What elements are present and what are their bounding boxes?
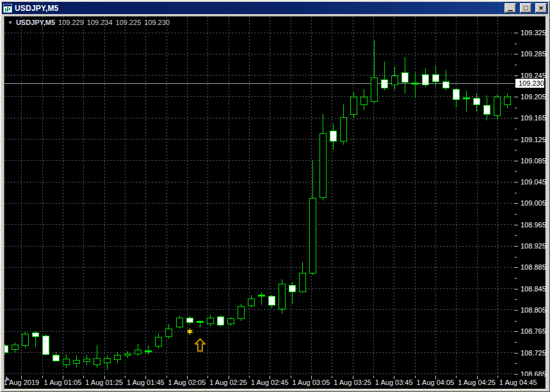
time-axis-label: 1 Aug 2019 bbox=[4, 379, 39, 386]
price-axis-minor-tick bbox=[515, 150, 517, 151]
candle-01:25-bull bbox=[104, 358, 111, 363]
price-axis-minor-tick bbox=[515, 278, 517, 279]
horizontal-gridline bbox=[4, 160, 515, 161]
vertical-gridline bbox=[104, 17, 105, 376]
candle-02:15-bull bbox=[207, 318, 214, 324]
candle-02:35-bull bbox=[248, 298, 255, 306]
time-axis-label: 1 Aug 01:05 bbox=[44, 379, 82, 386]
price-axis-label: 109.045 bbox=[521, 179, 546, 186]
window-title: USDJPY,M5 bbox=[15, 4, 501, 13]
time-axis-label: 1 Aug 02:45 bbox=[251, 379, 289, 386]
vertical-gridline bbox=[145, 17, 146, 376]
candle-04:00-bear bbox=[422, 74, 429, 85]
candle-02:40-bull bbox=[258, 295, 265, 297]
candle-00:45-bull bbox=[22, 334, 29, 347]
current-price-label: 109.230 bbox=[515, 79, 544, 88]
horizontal-gridline bbox=[4, 288, 515, 289]
time-axis-tick bbox=[207, 376, 208, 378]
candle-02:10-bear bbox=[197, 321, 204, 323]
candle-03:15-bear bbox=[330, 131, 337, 142]
minimize-button[interactable]: ▁ bbox=[505, 3, 516, 13]
time-axis-tick bbox=[249, 376, 250, 378]
price-axis-label: 109.205 bbox=[521, 94, 546, 101]
time-axis-tick bbox=[456, 376, 457, 378]
close-button[interactable]: × bbox=[535, 3, 547, 13]
candle-01:50-bull bbox=[155, 337, 162, 347]
vertical-gridline bbox=[311, 17, 312, 376]
candle-01:15-bull bbox=[83, 359, 90, 362]
price-axis-minor-tick bbox=[515, 44, 517, 44]
vertical-gridline bbox=[497, 17, 498, 376]
candle-03:00-bull bbox=[299, 273, 306, 292]
price-axis[interactable]: 109.325109.285109.245109.205109.165109.1… bbox=[515, 17, 544, 376]
time-axis-label: 1 Aug 03:25 bbox=[334, 379, 371, 386]
price-axis-minor-tick bbox=[515, 193, 517, 193]
time-axis-label: 1 Aug 04:25 bbox=[458, 379, 496, 386]
candle-03:35-bull bbox=[371, 78, 378, 102]
current-price-line bbox=[4, 83, 515, 84]
price-axis-tick bbox=[515, 140, 518, 140]
price-axis-label: 109.165 bbox=[521, 115, 546, 122]
price-axis-label: 108.725 bbox=[521, 350, 546, 357]
candle-00:40-bull bbox=[12, 345, 19, 350]
price-axis-minor-tick bbox=[515, 299, 517, 300]
price-axis-tick bbox=[515, 182, 518, 183]
price-axis-minor-tick bbox=[515, 235, 517, 236]
candle-01:10-bull bbox=[73, 360, 80, 364]
candle-01:20-bull bbox=[93, 358, 101, 366]
price-axis-minor-tick bbox=[515, 363, 517, 364]
vertical-gridline bbox=[332, 17, 332, 376]
time-axis-tick bbox=[415, 376, 416, 378]
chart-dropdown-icon[interactable]: ▼ bbox=[8, 20, 13, 26]
chart-app-icon[interactable] bbox=[3, 4, 12, 13]
price-axis-tick bbox=[515, 310, 518, 311]
price-axis-minor-tick bbox=[515, 129, 517, 129]
vertical-gridline bbox=[456, 17, 457, 376]
ohlc-low: 109.225 bbox=[116, 19, 142, 26]
candle-01:05-bull bbox=[63, 359, 70, 365]
price-axis-tick bbox=[515, 203, 518, 204]
ohlc-open: 109.229 bbox=[58, 19, 84, 26]
candle-02:45-bear bbox=[268, 296, 275, 306]
price-axis-minor-tick bbox=[515, 65, 517, 65]
title-bar[interactable]: USDJPY,M5 ▁ □ × bbox=[2, 2, 548, 14]
time-axis-tick bbox=[497, 376, 498, 378]
vertical-gridline bbox=[83, 17, 84, 376]
candle-00:50-bear bbox=[32, 332, 39, 337]
time-axis[interactable]: 1 Aug 20191 Aug 01:051 Aug 01:251 Aug 01… bbox=[4, 376, 544, 388]
price-axis-tick bbox=[515, 54, 518, 54]
candle-wick bbox=[466, 90, 467, 111]
price-axis-label: 109.085 bbox=[521, 158, 546, 165]
candle-02:30-bull bbox=[238, 306, 245, 319]
horizontal-gridline bbox=[4, 139, 515, 140]
price-axis-label: 109.285 bbox=[521, 51, 546, 58]
candle-03:30-bull bbox=[360, 97, 368, 105]
price-axis-label: 108.845 bbox=[521, 286, 546, 293]
maximize-button[interactable]: □ bbox=[520, 3, 531, 13]
price-axis-tick bbox=[515, 374, 518, 375]
price-axis-label: 108.805 bbox=[521, 307, 546, 314]
price-axis-tick bbox=[515, 225, 518, 225]
vertical-gridline bbox=[270, 17, 270, 376]
candle-03:50-bear bbox=[401, 72, 408, 83]
chart-plot-area[interactable]: ▼ USDJPY,M5 109.229 109.234 109.225 109.… bbox=[4, 17, 515, 376]
candle-01:00-bear bbox=[53, 355, 60, 361]
ohlc-close: 109.230 bbox=[144, 19, 170, 26]
candle-03:20-bull bbox=[340, 117, 347, 141]
time-axis-label: 1 Aug 02:05 bbox=[168, 379, 206, 386]
price-axis-label: 108.885 bbox=[521, 264, 546, 271]
candle-03:45-bull bbox=[391, 76, 398, 86]
candle-00:35-bear bbox=[4, 345, 8, 353]
price-axis-tick bbox=[515, 76, 518, 76]
price-axis-minor-tick bbox=[515, 257, 517, 257]
horizontal-gridline bbox=[4, 54, 515, 54]
candle-03:25-bull bbox=[350, 97, 357, 115]
time-axis-tick bbox=[373, 376, 374, 378]
price-axis-tick bbox=[515, 331, 518, 332]
time-axis-label: 1 Aug 01:25 bbox=[85, 379, 123, 386]
price-axis-minor-tick bbox=[515, 108, 517, 108]
candle-03:40-bear bbox=[381, 79, 388, 88]
horizontal-gridline bbox=[4, 267, 515, 268]
candle-02:50-bull bbox=[279, 284, 286, 309]
candle-02:00-bull bbox=[176, 318, 183, 327]
